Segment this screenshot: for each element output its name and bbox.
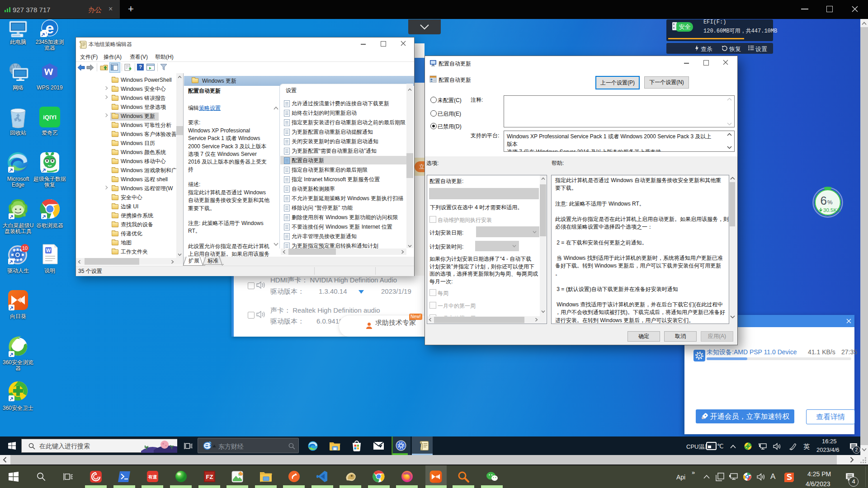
svg-text:30.5K/s: 30.5K/s: [823, 207, 841, 213]
svg-text:FZ: FZ: [206, 474, 213, 480]
svg-text:iQIYI: iQIYI: [43, 114, 57, 121]
svg-text:有道: 有道: [148, 474, 158, 479]
svg-text:6: 6: [821, 194, 827, 207]
svg-text:10: 10: [22, 245, 28, 251]
svg-text:W: W: [46, 248, 51, 253]
svg-text:%: %: [827, 199, 833, 206]
